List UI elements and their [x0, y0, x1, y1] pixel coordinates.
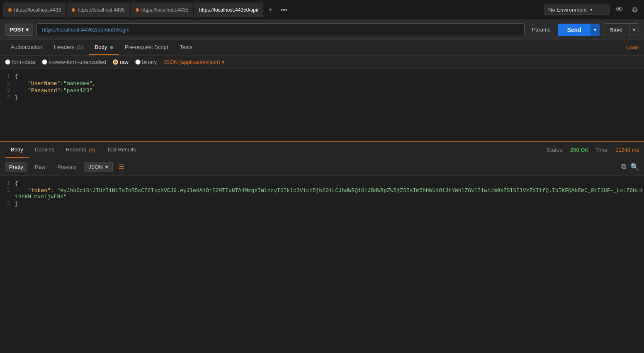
resp-line-content-1: { [15, 180, 18, 187]
urlencoded-label: x-www-form-urlencoded [49, 59, 106, 65]
copy-response-button[interactable]: ⧉ [621, 163, 626, 171]
send-chevron-button[interactable]: ▾ [591, 24, 600, 36]
tab-label-3: https://localhost:4435 [141, 7, 188, 13]
req-line-content-4: } [15, 95, 18, 101]
send-button-group: Send ▾ [558, 24, 599, 36]
resp-tab-body[interactable]: Body [5, 142, 29, 158]
body-type-raw[interactable]: raw [113, 59, 129, 65]
json-chevron-icon: ▾ [222, 59, 225, 65]
environment-select[interactable]: No Environment ▾ [544, 5, 610, 15]
req-line-2: 2 "UserName":"mahedee", [0, 80, 644, 87]
req-line-content-1: { [15, 73, 18, 80]
response-format-bar: Pretty Raw Preview JSON ▾ ☰ ⧉ 🔍 [0, 158, 644, 176]
body-type-bar: form-data x-www-form-urlencoded raw bina… [0, 56, 644, 69]
tab-body-label: Body [95, 44, 107, 50]
resp-line-1: 1 { [0, 180, 644, 187]
resp-action-icons: ⧉ 🔍 [621, 163, 639, 171]
fmt-pretty[interactable]: Pretty [5, 162, 27, 172]
url-bar: POST ▾ Params Send ▾ Save ▾ [0, 20, 644, 40]
url-input[interactable] [36, 23, 524, 36]
tab-actions: + ••• [266, 5, 290, 15]
response-status: Status: 200 OK Time: 11248 ms [547, 147, 639, 153]
method-label: POST [10, 27, 24, 33]
env-label: No Environment [548, 7, 587, 13]
tab-authorization-label: Authorization [11, 44, 42, 50]
tab-pre-request[interactable]: Pre-request Script [119, 40, 174, 55]
json-format-select[interactable]: JSON ▾ [84, 162, 113, 172]
resp-tab-headers-label: Headers [66, 146, 86, 153]
save-chevron-button[interactable]: ▾ [629, 24, 639, 36]
request-body-editor[interactable]: 1 { 2 "UserName":"mahedee", 3 "Password"… [0, 69, 644, 141]
params-button[interactable]: Params [528, 24, 555, 35]
tab-headers[interactable]: Headers (1) [48, 40, 89, 55]
env-bar: No Environment ▾ 👁 ⚙ [544, 4, 641, 16]
resp-line-num-1: 1 [0, 180, 15, 187]
time-value: 11248 ms [615, 147, 639, 153]
eye-icon[interactable]: 👁 [613, 4, 626, 16]
tab-1[interactable]: https://localhost:4436 [3, 2, 66, 17]
fmt-raw-label: Raw [35, 164, 46, 170]
response-tabs: Body Cookies Headers (4) Test Results St… [0, 141, 644, 158]
request-tabs: Authorization Headers (1) Body Pre-reque… [0, 40, 644, 56]
resp-tab-cookies-label: Cookies [35, 146, 54, 153]
fmt-preview-label: Preview [57, 164, 76, 170]
body-active-dot [110, 46, 113, 49]
status-label: Status: [547, 147, 564, 153]
time-label: Time: [595, 147, 609, 153]
gear-icon[interactable]: ⚙ [629, 4, 641, 16]
resp-tab-test-results[interactable]: Test Results [101, 142, 142, 158]
resp-line-3: 3 } [0, 200, 644, 207]
fmt-raw[interactable]: Raw [31, 162, 50, 172]
resp-tab-headers[interactable]: Headers (4) [60, 142, 101, 158]
req-line-3: 3 "Password":"pass123" [0, 87, 644, 94]
json-type-label: JSON (application/json) [163, 59, 220, 65]
tab-body[interactable]: Body [89, 40, 119, 55]
resp-line-content-2: "token": "eyJhbGciOiJIUzI1NiIsInR5cCI6Ik… [15, 187, 644, 200]
more-tabs-button[interactable]: ••• [278, 5, 290, 15]
wrap-lines-button[interactable]: ☰ [116, 161, 126, 172]
fmt-preview[interactable]: Preview [53, 162, 80, 172]
form-data-label: form-data [12, 59, 35, 65]
tab-tests-label: Tests [180, 44, 192, 50]
tab-dot-2 [72, 8, 75, 12]
tab-authorization[interactable]: Authorization [5, 40, 48, 55]
tab-bar: https://localhost:4436 https://localhost… [0, 0, 644, 20]
tab-label-2: https://localhost:4435 [78, 7, 124, 13]
resp-line-2: 2 "token": "eyJhbGciOiJIUzI1NiIsInR5cCI6… [0, 187, 644, 200]
tab-dot-3 [136, 8, 139, 12]
tab-dot-1 [8, 8, 12, 12]
resp-tab-test-results-label: Test Results [107, 146, 136, 153]
tab-headers-label: Headers [54, 44, 74, 50]
save-button[interactable]: Save [603, 24, 629, 36]
json-type-select[interactable]: JSON (application/json) ▾ [163, 59, 225, 65]
json-fmt-label: JSON [88, 164, 103, 170]
tab-pre-request-label: Pre-request Script [125, 44, 168, 50]
req-line-num-2: 2 [0, 80, 15, 87]
response-body-editor: 1 { 2 "token": "eyJhbGciOiJIUzI1NiIsInR5… [0, 176, 644, 212]
tab-2[interactable]: https://localhost:4435 [67, 2, 129, 17]
tab-tests[interactable]: Tests [174, 40, 198, 55]
method-select[interactable]: POST ▾ [5, 24, 33, 36]
tab-label-4: https://localhost:44350/api/ [199, 7, 258, 13]
method-chevron-icon: ▾ [26, 27, 29, 33]
code-link[interactable]: Code [626, 44, 639, 51]
raw-label: raw [120, 59, 129, 65]
send-button[interactable]: Send [558, 24, 590, 36]
resp-tab-cookies[interactable]: Cookies [29, 142, 60, 158]
new-tab-button[interactable]: + [266, 5, 275, 15]
search-response-button[interactable]: 🔍 [630, 163, 639, 171]
req-line-1: 1 { [0, 73, 644, 80]
req-line-content-3: "Password":"pass123" [15, 88, 92, 94]
resp-line-content-3: } [15, 201, 18, 207]
body-type-binary[interactable]: binary [135, 59, 157, 65]
tab-4[interactable]: https://localhost:44350/api/ [194, 2, 263, 17]
tab-3[interactable]: https://localhost:4435 [131, 2, 193, 17]
req-line-content-2: "UserName":"mahedee", [15, 80, 96, 87]
req-line-num-1: 1 [0, 73, 15, 80]
save-button-group: Save ▾ [603, 23, 639, 36]
body-type-urlencoded[interactable]: x-www-form-urlencoded [42, 59, 106, 65]
req-line-num-3: 3 [0, 88, 15, 94]
req-line-4: 4 } [0, 94, 644, 101]
body-type-form-data[interactable]: form-data [5, 59, 35, 65]
req-line-num-4: 4 [0, 95, 15, 101]
